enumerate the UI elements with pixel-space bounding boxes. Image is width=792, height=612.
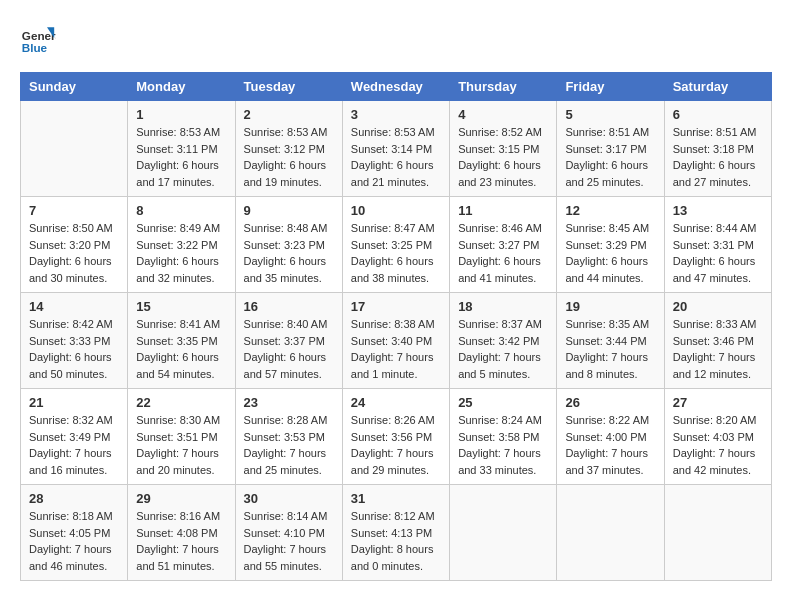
day-number: 25 <box>458 395 548 410</box>
day-info: Sunrise: 8:51 AMSunset: 3:17 PMDaylight:… <box>565 124 655 190</box>
day-info: Sunrise: 8:47 AMSunset: 3:25 PMDaylight:… <box>351 220 441 286</box>
day-number: 15 <box>136 299 226 314</box>
day-info: Sunrise: 8:24 AMSunset: 3:58 PMDaylight:… <box>458 412 548 478</box>
day-number: 17 <box>351 299 441 314</box>
calendar-week-row: 28Sunrise: 8:18 AMSunset: 4:05 PMDayligh… <box>21 485 772 581</box>
day-number: 27 <box>673 395 763 410</box>
calendar-cell: 26Sunrise: 8:22 AMSunset: 4:00 PMDayligh… <box>557 389 664 485</box>
calendar-cell: 5Sunrise: 8:51 AMSunset: 3:17 PMDaylight… <box>557 101 664 197</box>
calendar-cell: 15Sunrise: 8:41 AMSunset: 3:35 PMDayligh… <box>128 293 235 389</box>
day-number: 4 <box>458 107 548 122</box>
calendar-cell: 22Sunrise: 8:30 AMSunset: 3:51 PMDayligh… <box>128 389 235 485</box>
calendar-body: 1Sunrise: 8:53 AMSunset: 3:11 PMDaylight… <box>21 101 772 581</box>
calendar-cell: 11Sunrise: 8:46 AMSunset: 3:27 PMDayligh… <box>450 197 557 293</box>
day-number: 23 <box>244 395 334 410</box>
day-number: 8 <box>136 203 226 218</box>
day-info: Sunrise: 8:40 AMSunset: 3:37 PMDaylight:… <box>244 316 334 382</box>
day-info: Sunrise: 8:44 AMSunset: 3:31 PMDaylight:… <box>673 220 763 286</box>
calendar-cell: 1Sunrise: 8:53 AMSunset: 3:11 PMDaylight… <box>128 101 235 197</box>
day-number: 5 <box>565 107 655 122</box>
day-info: Sunrise: 8:46 AMSunset: 3:27 PMDaylight:… <box>458 220 548 286</box>
day-number: 3 <box>351 107 441 122</box>
day-number: 9 <box>244 203 334 218</box>
day-number: 10 <box>351 203 441 218</box>
day-number: 30 <box>244 491 334 506</box>
calendar-cell: 24Sunrise: 8:26 AMSunset: 3:56 PMDayligh… <box>342 389 449 485</box>
weekday-header: Sunday <box>21 73 128 101</box>
calendar-cell: 6Sunrise: 8:51 AMSunset: 3:18 PMDaylight… <box>664 101 771 197</box>
day-number: 22 <box>136 395 226 410</box>
weekday-header: Friday <box>557 73 664 101</box>
weekday-header: Saturday <box>664 73 771 101</box>
day-number: 28 <box>29 491 119 506</box>
day-number: 14 <box>29 299 119 314</box>
day-info: Sunrise: 8:50 AMSunset: 3:20 PMDaylight:… <box>29 220 119 286</box>
day-number: 13 <box>673 203 763 218</box>
calendar-cell: 10Sunrise: 8:47 AMSunset: 3:25 PMDayligh… <box>342 197 449 293</box>
calendar-cell: 8Sunrise: 8:49 AMSunset: 3:22 PMDaylight… <box>128 197 235 293</box>
calendar-cell: 3Sunrise: 8:53 AMSunset: 3:14 PMDaylight… <box>342 101 449 197</box>
day-info: Sunrise: 8:16 AMSunset: 4:08 PMDaylight:… <box>136 508 226 574</box>
calendar-cell <box>21 101 128 197</box>
calendar-cell: 13Sunrise: 8:44 AMSunset: 3:31 PMDayligh… <box>664 197 771 293</box>
calendar-cell: 28Sunrise: 8:18 AMSunset: 4:05 PMDayligh… <box>21 485 128 581</box>
day-info: Sunrise: 8:53 AMSunset: 3:12 PMDaylight:… <box>244 124 334 190</box>
day-info: Sunrise: 8:51 AMSunset: 3:18 PMDaylight:… <box>673 124 763 190</box>
day-info: Sunrise: 8:37 AMSunset: 3:42 PMDaylight:… <box>458 316 548 382</box>
weekday-header: Tuesday <box>235 73 342 101</box>
day-number: 26 <box>565 395 655 410</box>
day-number: 20 <box>673 299 763 314</box>
day-info: Sunrise: 8:26 AMSunset: 3:56 PMDaylight:… <box>351 412 441 478</box>
logo: General Blue <box>20 20 60 56</box>
weekday-header: Thursday <box>450 73 557 101</box>
calendar-cell: 30Sunrise: 8:14 AMSunset: 4:10 PMDayligh… <box>235 485 342 581</box>
day-number: 16 <box>244 299 334 314</box>
day-info: Sunrise: 8:22 AMSunset: 4:00 PMDaylight:… <box>565 412 655 478</box>
page-header: General Blue <box>20 20 772 56</box>
day-info: Sunrise: 8:18 AMSunset: 4:05 PMDaylight:… <box>29 508 119 574</box>
day-number: 21 <box>29 395 119 410</box>
day-number: 31 <box>351 491 441 506</box>
calendar-cell <box>664 485 771 581</box>
calendar-cell: 29Sunrise: 8:16 AMSunset: 4:08 PMDayligh… <box>128 485 235 581</box>
weekday-header: Monday <box>128 73 235 101</box>
calendar-cell: 18Sunrise: 8:37 AMSunset: 3:42 PMDayligh… <box>450 293 557 389</box>
day-number: 11 <box>458 203 548 218</box>
calendar-cell: 17Sunrise: 8:38 AMSunset: 3:40 PMDayligh… <box>342 293 449 389</box>
day-number: 19 <box>565 299 655 314</box>
calendar-cell: 25Sunrise: 8:24 AMSunset: 3:58 PMDayligh… <box>450 389 557 485</box>
calendar-week-row: 14Sunrise: 8:42 AMSunset: 3:33 PMDayligh… <box>21 293 772 389</box>
calendar-cell: 19Sunrise: 8:35 AMSunset: 3:44 PMDayligh… <box>557 293 664 389</box>
calendar-cell: 7Sunrise: 8:50 AMSunset: 3:20 PMDaylight… <box>21 197 128 293</box>
calendar-cell: 16Sunrise: 8:40 AMSunset: 3:37 PMDayligh… <box>235 293 342 389</box>
day-number: 24 <box>351 395 441 410</box>
day-number: 6 <box>673 107 763 122</box>
day-number: 7 <box>29 203 119 218</box>
day-number: 18 <box>458 299 548 314</box>
day-info: Sunrise: 8:45 AMSunset: 3:29 PMDaylight:… <box>565 220 655 286</box>
day-info: Sunrise: 8:48 AMSunset: 3:23 PMDaylight:… <box>244 220 334 286</box>
calendar-cell <box>450 485 557 581</box>
day-info: Sunrise: 8:35 AMSunset: 3:44 PMDaylight:… <box>565 316 655 382</box>
day-info: Sunrise: 8:12 AMSunset: 4:13 PMDaylight:… <box>351 508 441 574</box>
calendar-cell: 12Sunrise: 8:45 AMSunset: 3:29 PMDayligh… <box>557 197 664 293</box>
calendar-cell: 20Sunrise: 8:33 AMSunset: 3:46 PMDayligh… <box>664 293 771 389</box>
day-info: Sunrise: 8:30 AMSunset: 3:51 PMDaylight:… <box>136 412 226 478</box>
calendar-cell: 4Sunrise: 8:52 AMSunset: 3:15 PMDaylight… <box>450 101 557 197</box>
calendar-week-row: 21Sunrise: 8:32 AMSunset: 3:49 PMDayligh… <box>21 389 772 485</box>
day-info: Sunrise: 8:32 AMSunset: 3:49 PMDaylight:… <box>29 412 119 478</box>
calendar-cell: 9Sunrise: 8:48 AMSunset: 3:23 PMDaylight… <box>235 197 342 293</box>
day-info: Sunrise: 8:41 AMSunset: 3:35 PMDaylight:… <box>136 316 226 382</box>
calendar-table: SundayMondayTuesdayWednesdayThursdayFrid… <box>20 72 772 581</box>
day-info: Sunrise: 8:20 AMSunset: 4:03 PMDaylight:… <box>673 412 763 478</box>
calendar-cell: 31Sunrise: 8:12 AMSunset: 4:13 PMDayligh… <box>342 485 449 581</box>
calendar-cell: 21Sunrise: 8:32 AMSunset: 3:49 PMDayligh… <box>21 389 128 485</box>
calendar-cell: 2Sunrise: 8:53 AMSunset: 3:12 PMDaylight… <box>235 101 342 197</box>
day-info: Sunrise: 8:38 AMSunset: 3:40 PMDaylight:… <box>351 316 441 382</box>
day-number: 12 <box>565 203 655 218</box>
day-number: 29 <box>136 491 226 506</box>
calendar-header: SundayMondayTuesdayWednesdayThursdayFrid… <box>21 73 772 101</box>
day-number: 1 <box>136 107 226 122</box>
day-info: Sunrise: 8:53 AMSunset: 3:11 PMDaylight:… <box>136 124 226 190</box>
day-info: Sunrise: 8:52 AMSunset: 3:15 PMDaylight:… <box>458 124 548 190</box>
